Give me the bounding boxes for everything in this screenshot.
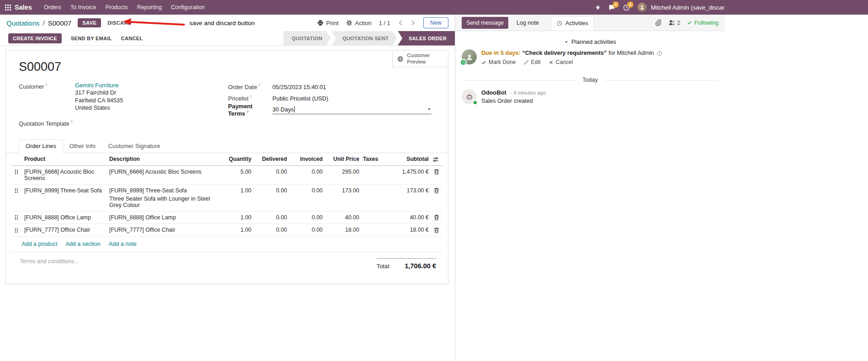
- line-taxes[interactable]: [361, 211, 385, 224]
- order-date-field[interactable]: 05/25/2023 15:40:01: [272, 84, 326, 90]
- user-menu[interactable]: Mitchell Admin (save_discar: [651, 4, 724, 11]
- date-separator: Today: [462, 77, 719, 83]
- edit-activity-button[interactable]: Edit: [524, 59, 541, 65]
- followers-button[interactable]: 2: [668, 19, 680, 26]
- following-button[interactable]: Following: [687, 20, 719, 26]
- line-quantity[interactable]: 1.00: [225, 224, 253, 237]
- menu-to-invoice[interactable]: To Invoice: [66, 0, 101, 15]
- pager-next-icon[interactable]: [410, 20, 416, 26]
- line-delivered[interactable]: 0.00: [253, 184, 289, 211]
- save-button[interactable]: SAVE: [78, 18, 101, 27]
- line-taxes[interactable]: [361, 224, 385, 237]
- trash-icon[interactable]: [433, 169, 440, 175]
- tab-customer-signature[interactable]: Customer Signature: [102, 140, 167, 153]
- line-invoiced[interactable]: 0.00: [289, 184, 325, 211]
- systray-star-icon[interactable]: [595, 5, 601, 10]
- message-item: OdooBot - 9 minutes ago Sales Order crea…: [455, 83, 725, 104]
- breadcrumb-quotations[interactable]: Quotations: [6, 19, 40, 27]
- drag-handle-icon[interactable]: [13, 169, 20, 175]
- field-help-marker: ?: [246, 110, 249, 114]
- app-name[interactable]: Sales: [15, 4, 32, 11]
- tab-other-info[interactable]: Other Info: [63, 140, 102, 153]
- trash-icon[interactable]: [433, 187, 440, 194]
- annotation-arrow: [122, 18, 186, 27]
- line-unit-price[interactable]: 40.00: [325, 211, 361, 224]
- line-invoiced[interactable]: 0.00: [289, 165, 325, 184]
- activities-tab[interactable]: Activities: [551, 16, 594, 31]
- line-description[interactable]: [FURN_8999] Three-Seat Sofa Three Seater…: [107, 184, 225, 211]
- line-taxes[interactable]: [361, 184, 385, 211]
- line-taxes[interactable]: [361, 165, 385, 184]
- add-note-link[interactable]: Add a note: [109, 241, 137, 247]
- info-icon[interactable]: [657, 51, 662, 56]
- menu-orders[interactable]: Orders: [39, 0, 66, 15]
- line-unit-price[interactable]: 18.00: [325, 224, 361, 237]
- create-invoice-button[interactable]: CREATE INVOICE: [8, 33, 62, 43]
- edit-label: Edit: [531, 59, 541, 65]
- customer-preview-button[interactable]: Customer Preview: [392, 51, 448, 67]
- stage-quotation-sent[interactable]: QUOTATION SENT: [331, 31, 397, 46]
- pager-value[interactable]: 1 / 1: [379, 20, 390, 27]
- activity-assignee: for Mitchell Admin: [608, 49, 654, 57]
- drag-handle-icon[interactable]: [13, 227, 20, 233]
- trash-icon[interactable]: [433, 214, 440, 221]
- drag-handle-icon[interactable]: [13, 187, 20, 194]
- user-avatar[interactable]: [638, 3, 647, 12]
- line-product[interactable]: [FURN_6666] Acoustic Bloc Screens: [22, 165, 107, 184]
- dropdown-caret-icon[interactable]: [427, 107, 431, 111]
- apps-menu-icon[interactable]: [5, 4, 11, 11]
- new-button[interactable]: New: [423, 17, 448, 28]
- line-product[interactable]: [FURN_8999] Three-Seat Sofa: [22, 184, 107, 211]
- payment-terms-field[interactable]: 30 Days: [272, 106, 431, 114]
- add-product-link[interactable]: Add a product: [21, 241, 57, 247]
- line-description[interactable]: [FURN_8888] Office Lamp: [107, 211, 225, 224]
- order-line-row[interactable]: [FURN_8888] Office Lamp [FURN_8888] Offi…: [11, 211, 442, 224]
- menu-products[interactable]: Products: [101, 0, 132, 15]
- line-product[interactable]: [FURN_8888] Office Lamp: [22, 211, 107, 224]
- order-line-row[interactable]: [FURN_7777] Office Chair [FURN_7777] Off…: [11, 224, 442, 237]
- drag-handle-icon[interactable]: [13, 214, 20, 221]
- customer-link[interactable]: Gemini Furniture: [75, 81, 123, 89]
- print-label: Print: [326, 20, 339, 27]
- stage-sales-order[interactable]: SALES ORDER: [398, 31, 455, 46]
- line-unit-price[interactable]: 173.00: [325, 184, 361, 211]
- order-line-row[interactable]: [FURN_6666] Acoustic Bloc Screens [FURN_…: [11, 165, 442, 184]
- stage-quotation[interactable]: QUOTATION: [283, 31, 330, 46]
- paperclip-icon[interactable]: [655, 19, 661, 26]
- pricelist-field[interactable]: Public Pricelist (USD): [272, 95, 328, 102]
- menu-reporting[interactable]: Reporting: [133, 0, 166, 15]
- activities-icon[interactable]: 2: [623, 4, 630, 11]
- total-label: Total:: [377, 263, 391, 270]
- tab-order-lines[interactable]: Order Lines: [19, 139, 63, 153]
- order-line-row[interactable]: [FURN_8999] Three-Seat Sofa [FURN_8999] …: [11, 184, 442, 211]
- planned-activities-toggle[interactable]: Planned activities: [455, 39, 725, 45]
- line-subtotal: 1,475.00 €: [385, 165, 431, 184]
- line-invoiced[interactable]: 0.00: [289, 224, 325, 237]
- terms-placeholder[interactable]: Terms and conditions...: [20, 258, 79, 265]
- log-note-button[interactable]: Log note: [517, 20, 539, 26]
- line-delivered[interactable]: 0.00: [253, 224, 289, 237]
- line-unit-price[interactable]: 295.00: [325, 165, 361, 184]
- line-description[interactable]: [FURN_7777] Office Chair: [107, 224, 225, 237]
- menu-configuration[interactable]: Configuration: [166, 0, 209, 15]
- line-product[interactable]: [FURN_7777] Office Chair: [22, 224, 107, 237]
- send-by-email-button[interactable]: SEND BY EMAIL: [71, 36, 112, 41]
- pager-previous-icon[interactable]: [398, 20, 404, 26]
- line-quantity[interactable]: 5.00: [225, 165, 253, 184]
- line-delivered[interactable]: 0.00: [253, 211, 289, 224]
- trash-icon[interactable]: [433, 227, 440, 233]
- messages-icon[interactable]: 4: [608, 4, 615, 11]
- optional-columns-button[interactable]: [431, 153, 442, 165]
- mark-done-button[interactable]: Mark Done: [481, 59, 516, 65]
- cancel-button[interactable]: CANCEL: [121, 36, 143, 41]
- line-quantity[interactable]: 1.00: [225, 211, 253, 224]
- line-invoiced[interactable]: 0.00: [289, 211, 325, 224]
- line-description[interactable]: [FURN_6666] Acoustic Bloc Screens: [107, 165, 225, 184]
- print-button[interactable]: Print: [317, 20, 339, 27]
- action-button[interactable]: Action: [346, 20, 372, 27]
- send-message-button[interactable]: Send message: [462, 17, 508, 29]
- line-quantity[interactable]: 1.00: [225, 184, 253, 211]
- add-section-link[interactable]: Add a section: [65, 241, 100, 247]
- line-delivered[interactable]: 0.00: [253, 165, 289, 184]
- cancel-activity-button[interactable]: Cancel: [548, 59, 573, 65]
